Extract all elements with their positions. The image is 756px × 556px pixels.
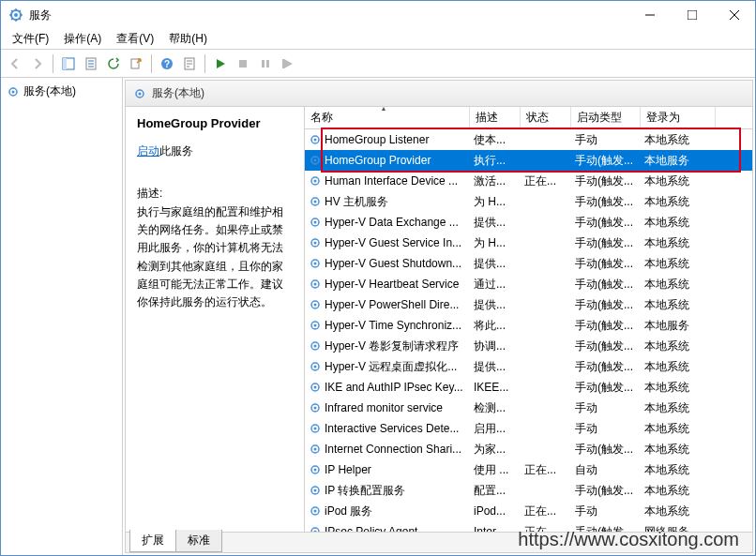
gear-icon <box>309 484 322 497</box>
service-row[interactable]: Hyper-V Heartbeat Service通过...手动(触发...本地… <box>305 274 752 294</box>
tab-standard[interactable]: 标准 <box>175 530 222 552</box>
cell-name: IKE and AuthIP IPsec Key... <box>305 381 470 394</box>
refresh-button[interactable] <box>103 53 124 74</box>
svg-point-1 <box>14 13 18 17</box>
start-service-button[interactable] <box>210 53 231 74</box>
gear-icon <box>309 463 322 476</box>
properties-alt-button[interactable] <box>179 53 200 74</box>
svg-point-31 <box>314 263 317 265</box>
help-button[interactable]: ? <box>157 53 177 74</box>
cell-start: 手动(触发... <box>571 380 641 396</box>
cell-start: 手动(触发... <box>571 442 641 458</box>
cell-logon: 本地系统 <box>641 338 716 354</box>
service-row[interactable]: HomeGroup Listener使本...手动本地系统 <box>305 129 752 150</box>
cell-name: Hyper-V Guest Shutdown... <box>305 257 470 270</box>
pane-header-title: 服务(本地) <box>152 85 204 101</box>
gear-icon <box>309 216 322 229</box>
tree-pane[interactable]: 服务(本地) <box>1 78 123 555</box>
service-row[interactable]: Infrared monitor service检测...手动本地系统 <box>305 398 752 418</box>
minimize-button[interactable] <box>628 1 671 29</box>
selected-service-name: HomeGroup Provider <box>137 116 293 130</box>
col-name[interactable]: 名称 <box>305 107 470 128</box>
gear-icon <box>309 236 322 249</box>
services-list: 名称 描述 状态 启动类型 登录为 HomeGroup Listener使本..… <box>304 107 752 532</box>
tree-root-item[interactable]: 服务(本地) <box>3 82 120 101</box>
gear-icon <box>309 278 322 291</box>
service-row[interactable]: Human Interface Device ...激活...正在...手动(触… <box>305 171 752 191</box>
cell-logon: 本地服务 <box>641 318 716 334</box>
gear-icon <box>309 133 322 146</box>
maximize-button[interactable] <box>671 1 713 29</box>
service-row[interactable]: Hyper-V Guest Shutdown...提供...手动(触发...本地… <box>305 253 752 274</box>
cell-start: 手动(触发... <box>571 359 641 375</box>
gear-icon <box>309 381 322 394</box>
pause-service-button <box>255 53 276 74</box>
cell-name: Hyper-V Heartbeat Service <box>305 278 470 291</box>
start-action-line: 启动此服务 <box>137 143 293 159</box>
service-row[interactable]: Internet Connection Shari...为家...手动(触发..… <box>305 439 752 459</box>
gear-icon <box>133 87 146 100</box>
service-row[interactable]: HV 主机服务为 H...手动(触发...本地系统 <box>305 191 752 212</box>
show-hide-tree-button[interactable] <box>58 53 79 74</box>
list-body[interactable]: HomeGroup Listener使本...手动本地系统HomeGroup P… <box>305 129 752 532</box>
cell-desc: 协调... <box>470 338 521 354</box>
menu-file[interactable]: 文件(F) <box>5 29 56 49</box>
service-row[interactable]: IP Helper使用 ...正在...自动本地系统 <box>305 459 752 480</box>
toolbar: ? <box>1 50 755 78</box>
cell-name: iPod 服务 <box>305 503 470 519</box>
properties-button[interactable] <box>81 53 101 74</box>
svg-point-41 <box>314 366 317 368</box>
gear-icon <box>309 504 322 518</box>
svg-rect-6 <box>131 59 139 68</box>
service-row[interactable]: Hyper-V 卷影复制请求程序协调...手动(触发...本地系统 <box>305 336 752 356</box>
gear-icon <box>309 195 322 208</box>
cell-start: 手动(触发... <box>571 297 641 313</box>
svg-point-15 <box>12 90 15 93</box>
svg-point-51 <box>314 469 317 472</box>
cell-desc: IKEE... <box>470 381 521 394</box>
cell-logon: 本地系统 <box>641 400 716 416</box>
svg-point-19 <box>314 139 317 142</box>
cell-logon: 本地系统 <box>641 132 716 148</box>
menu-action[interactable]: 操作(A) <box>56 29 109 49</box>
service-row[interactable]: Interactive Services Dete...启用...手动本地系统 <box>305 418 752 439</box>
service-row[interactable]: Hyper-V Data Exchange ...提供...手动(触发...本地… <box>305 212 752 233</box>
start-link[interactable]: 启动 <box>137 144 159 158</box>
service-row[interactable]: HomeGroup Provider执行...手动(触发...本地服务 <box>305 150 752 171</box>
export-list-button[interactable] <box>126 53 146 74</box>
cell-desc: 提供... <box>470 297 521 313</box>
col-logon[interactable]: 登录为 <box>641 107 716 128</box>
svg-rect-13 <box>282 59 284 68</box>
service-row[interactable]: Hyper-V PowerShell Dire...提供...手动(触发...本… <box>305 294 752 315</box>
main-area: 服务(本地) 服务(本地) HomeGroup Provider 启动此服务 描… <box>1 78 755 555</box>
col-status[interactable]: 状态 <box>521 107 571 128</box>
watermark: https://www.cosxitong.com <box>518 529 739 550</box>
service-row[interactable]: Hyper-V 远程桌面虚拟化...提供...手动(触发...本地系统 <box>305 356 752 377</box>
services-icon <box>8 8 23 23</box>
menu-view[interactable]: 查看(V) <box>109 29 161 49</box>
cell-logon: 本地系统 <box>641 483 716 499</box>
gear-icon <box>309 319 322 332</box>
cell-desc: 通过... <box>470 277 521 293</box>
cell-desc: 提供... <box>470 215 521 231</box>
service-row[interactable]: IP 转换配置服务配置...手动(触发...本地系统 <box>305 480 752 501</box>
cell-name: HomeGroup Provider <box>305 154 470 167</box>
cell-logon: 本地系统 <box>641 462 716 478</box>
cell-desc: Inter... <box>470 525 521 532</box>
col-desc[interactable]: 描述 <box>470 107 521 128</box>
cell-logon: 本地系统 <box>641 442 716 458</box>
cell-name: Hyper-V Time Synchroniz... <box>305 319 470 332</box>
service-row[interactable]: IKE and AuthIP IPsec Key...IKEE...手动(触发.… <box>305 377 752 398</box>
cell-name: Interactive Services Dete... <box>305 422 470 435</box>
service-row[interactable]: Hyper-V Time Synchroniz...将此...手动(触发...本… <box>305 315 752 336</box>
service-row[interactable]: Hyper-V Guest Service In...为 H...手动(触发..… <box>305 233 752 253</box>
tab-extended[interactable]: 扩展 <box>129 530 176 552</box>
cell-logon: 本地系统 <box>641 235 716 251</box>
menu-help[interactable]: 帮助(H) <box>161 29 215 49</box>
service-row[interactable]: iPod 服务iPod...正在...手动本地系统 <box>305 501 752 521</box>
cell-name: IP 转换配置服务 <box>305 483 470 499</box>
cell-name: HomeGroup Listener <box>305 133 470 146</box>
col-start[interactable]: 启动类型 <box>571 107 641 128</box>
close-button[interactable] <box>713 1 755 29</box>
pane-header: 服务(本地) <box>126 81 752 107</box>
